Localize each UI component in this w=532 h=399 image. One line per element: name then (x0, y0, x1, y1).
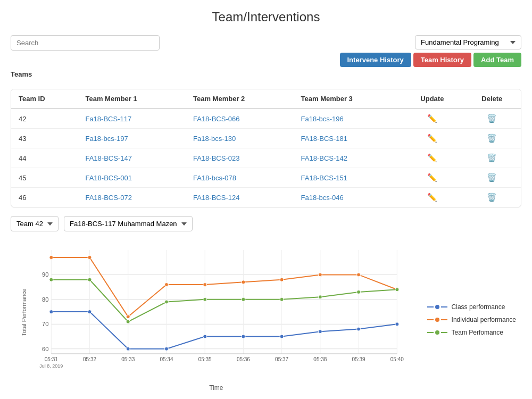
cell-team-id: 43 (11, 129, 78, 148)
svg-text:05:35: 05:35 (198, 356, 212, 362)
delete-button[interactable]: 🗑️ (487, 134, 497, 143)
team-history-button[interactable]: Team History (413, 53, 471, 67)
top-controls: Fundamental Programing Intervene History… (11, 35, 521, 67)
cell-delete: 🗑️ (463, 148, 521, 168)
update-button[interactable]: ✏️ (427, 193, 437, 202)
svg-point-44 (242, 280, 245, 284)
svg-point-42 (164, 283, 168, 287)
svg-point-40 (88, 255, 92, 259)
cell-member1: FA18-BCS-001 (78, 168, 186, 188)
svg-point-46 (318, 273, 322, 277)
col-update: Update (401, 89, 463, 109)
svg-point-57 (357, 290, 361, 294)
add-team-button[interactable]: Add Team (473, 53, 521, 67)
cell-update: ✏️ (401, 148, 463, 168)
col-team-id: Team ID (11, 89, 78, 109)
member-select[interactable]: Fa18-BCS-117 Muhammad Mazen (64, 216, 193, 231)
teams-label: Teams (11, 70, 521, 78)
svg-point-29 (49, 310, 53, 314)
action-buttons: Intervene History Team History Add Team (340, 53, 522, 67)
team-select[interactable]: Team 42 (11, 216, 59, 231)
search-input[interactable] (11, 35, 160, 51)
cell-member2: FA18-bcs-078 (186, 168, 294, 188)
svg-point-49 (49, 278, 53, 281)
update-button[interactable]: ✏️ (427, 153, 437, 163)
chart-area: Total Performance 6070809005:31Jul 8, 20… (11, 242, 521, 392)
svg-point-30 (88, 310, 92, 314)
top-section: Fundamental Programing Intervene History… (0, 31, 532, 89)
svg-point-43 (203, 283, 207, 287)
delete-button[interactable]: 🗑️ (487, 173, 497, 182)
update-button[interactable]: ✏️ (427, 114, 437, 123)
cell-team-id: 44 (11, 148, 78, 168)
chart-wrapper: Total Performance 6070809005:31Jul 8, 20… (16, 242, 516, 392)
svg-point-39 (49, 255, 53, 259)
legend-item: Team Perfomance (427, 329, 516, 336)
delete-button[interactable]: 🗑️ (487, 153, 497, 163)
svg-point-33 (203, 335, 207, 338)
bottom-section: Team 42 Fa18-BCS-117 Muhammad Mazen Tota… (0, 207, 532, 397)
update-button[interactable]: ✏️ (427, 173, 437, 182)
col-delete: Delete (463, 89, 521, 109)
cell-update: ✏️ (401, 129, 463, 148)
svg-text:60: 60 (42, 346, 48, 352)
svg-point-53 (203, 297, 207, 301)
legend-line (427, 305, 447, 309)
cell-team-id: 46 (11, 188, 78, 207)
legend-label: Team Perfomance (452, 329, 503, 336)
table-row: 42 Fa18-BCS-117 FA18-BCS-066 Fa18-bcs-19… (11, 109, 521, 129)
svg-text:05:32: 05:32 (83, 356, 96, 362)
svg-point-34 (242, 335, 245, 338)
svg-text:05:36: 05:36 (237, 356, 250, 362)
cell-member1: Fa18-BCS-117 (78, 109, 186, 129)
teams-table: Team ID Team Member 1 Team Member 2 Team… (11, 89, 521, 207)
svg-text:Jul 8, 2019: Jul 8, 2019 (39, 363, 63, 369)
svg-point-52 (164, 300, 168, 304)
table-row: 45 FA18-BCS-001 FA18-bcs-078 FA18-BCS-15… (11, 168, 521, 188)
cell-delete: 🗑️ (463, 129, 521, 148)
col-member1: Team Member 1 (78, 89, 186, 109)
cell-member3: FA18-BCS-142 (294, 148, 402, 168)
table-header-row: Team ID Team Member 1 Team Member 2 Team… (11, 89, 521, 109)
update-button[interactable]: ✏️ (427, 134, 437, 143)
right-controls: Fundamental Programing Intervene History… (340, 35, 522, 67)
legend-line (427, 330, 447, 335)
cell-member1: FA18-BCS-072 (78, 188, 186, 207)
cell-member3: FA18-BCS-181 (294, 129, 402, 148)
svg-text:05:34: 05:34 (160, 356, 173, 362)
cell-delete: 🗑️ (463, 109, 521, 129)
cell-member1: FA18-BCS-147 (78, 148, 186, 168)
chart-with-yaxis: Total Performance 6070809005:31Jul 8, 20… (16, 242, 417, 392)
svg-point-54 (242, 297, 245, 301)
svg-point-41 (126, 315, 130, 319)
x-axis-label: Time (16, 384, 417, 392)
svg-point-37 (357, 327, 361, 331)
intervene-history-button[interactable]: Intervene History (340, 53, 411, 67)
cell-update: ✏️ (401, 168, 463, 188)
svg-point-47 (357, 273, 361, 277)
cell-member2: Fa18-bcs-130 (186, 129, 294, 148)
cell-member2: FA18-BCS-066 (186, 109, 294, 129)
svg-point-32 (164, 347, 168, 351)
svg-point-51 (126, 320, 130, 323)
table-row: 44 FA18-BCS-147 FA18-BCS-023 FA18-BCS-14… (11, 148, 521, 168)
svg-point-38 (395, 322, 399, 326)
cell-member1: Fa18-bcs-197 (78, 129, 186, 148)
cell-delete: 🗑️ (463, 168, 521, 188)
cell-team-id: 42 (11, 109, 78, 129)
col-member2: Team Member 2 (186, 89, 294, 109)
performance-chart: 6070809005:31Jul 8, 201905:3205:3305:340… (16, 242, 417, 380)
svg-text:80: 80 (42, 296, 48, 303)
delete-button[interactable]: 🗑️ (487, 193, 497, 202)
svg-text:70: 70 (42, 321, 48, 327)
delete-button[interactable]: 🗑️ (487, 114, 497, 123)
svg-text:90: 90 (42, 271, 48, 278)
course-dropdown[interactable]: Fundamental Programing (415, 35, 521, 49)
cell-member2: FA18-BCS-023 (186, 148, 294, 168)
svg-text:05:38: 05:38 (313, 356, 327, 362)
legend-label: Class performance (452, 303, 505, 311)
svg-text:05:39: 05:39 (352, 356, 365, 362)
legend-line (427, 318, 447, 322)
svg-text:05:37: 05:37 (275, 356, 288, 362)
col-member3: Team Member 3 (294, 89, 402, 109)
